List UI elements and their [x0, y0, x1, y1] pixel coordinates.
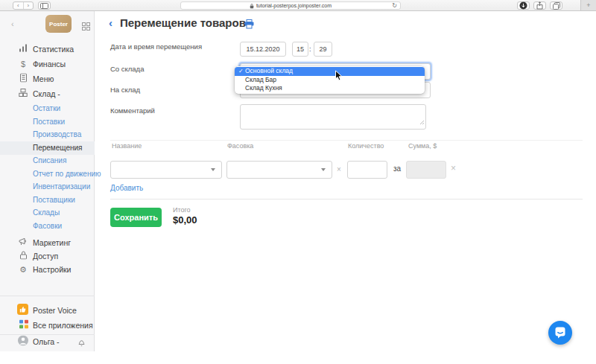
comment-textarea[interactable]: [240, 104, 426, 130]
sidebar-divider: [0, 296, 95, 296]
gear-icon: ⚙: [17, 265, 29, 274]
check-icon: ✓: [238, 67, 244, 76]
sidebar-item-poster-voice[interactable]: Poster Voice: [0, 304, 95, 317]
sidebar-subitem-stock[interactable]: Остатки: [0, 102, 95, 115]
tabs-overview-icon: [553, 2, 560, 10]
lock-icon: [17, 251, 29, 262]
dropdown-option-bar-warehouse[interactable]: Склад Бар: [235, 76, 425, 85]
sidebar-item-warehouse[interactable]: Склад -: [0, 87, 95, 100]
warehouse-dropdown-menu: ✓ Основной склад Склад Бар Склад Кухня: [235, 66, 425, 94]
refresh-icon[interactable]: ↻: [392, 2, 397, 10]
multiply-sign: ×: [337, 165, 341, 174]
dropdown-option-main-warehouse[interactable]: ✓ Основной склад: [235, 67, 425, 76]
remove-row-icon[interactable]: ×: [451, 163, 456, 173]
comment-label: Комментарий: [110, 106, 155, 115]
per-label: за: [393, 165, 401, 173]
poster-logo[interactable]: Poster: [45, 15, 72, 33]
sidebar-subitem-inventories[interactable]: Инвентаризации: [0, 180, 95, 194]
item-name-select[interactable]: [110, 161, 222, 179]
column-header-quantity: Количество: [348, 142, 384, 150]
sidebar-subitem-production[interactable]: Производства: [0, 128, 95, 141]
to-warehouse-label: На склад: [110, 86, 140, 94]
sidebar-subitem-suppliers[interactable]: Поставщики: [0, 194, 95, 207]
document-icon: [17, 74, 29, 85]
browser-back-button[interactable]: ‹: [13, 2, 24, 9]
dollar-icon: $: [17, 60, 29, 68]
sidebar-subitem-warehouses[interactable]: Склады: [0, 206, 95, 220]
ssl-lock-icon: [250, 3, 254, 9]
total-value: $0,00: [173, 214, 197, 226]
chat-widget-button[interactable]: [548, 321, 572, 345]
resize-grip-icon[interactable]: [419, 115, 425, 128]
extension-icon: [519, 1, 527, 10]
sidebar-item-access[interactable]: Доступ: [0, 249, 95, 263]
quantity-input[interactable]: [347, 161, 387, 179]
browser-tabs-button[interactable]: [550, 1, 562, 10]
browser-nav-group: ‹ ›: [13, 1, 34, 10]
total-label: Итого: [173, 206, 191, 214]
page-back-chevron[interactable]: ‹: [109, 16, 112, 30]
print-icon[interactable]: [244, 19, 254, 32]
sidebar-item-statistics[interactable]: Статистика: [0, 42, 95, 56]
column-header-sum: Сумма, $: [408, 142, 437, 150]
url-text: tutorial-posterpos.joinposter.com: [256, 3, 332, 8]
date-input[interactable]: 15.12.2020: [240, 42, 286, 57]
sidebar-item-settings[interactable]: ⚙ Настройки: [0, 263, 95, 276]
sidebar-toggle-icon: [40, 3, 48, 9]
chevron-down-icon: [321, 168, 326, 171]
stock-boxes-icon: [17, 89, 29, 100]
sidebar-subitem-transfers-active[interactable]: Перемещения: [0, 141, 95, 155]
megaphone-icon: [17, 237, 29, 248]
sidebar-subitem-supplies[interactable]: Поставки: [0, 115, 95, 129]
date-time-label: Дата и время перемещения: [110, 42, 202, 51]
time-separator: :: [309, 45, 311, 53]
chat-bubble-icon: [554, 326, 567, 339]
sum-input-disabled: [406, 161, 446, 179]
browser-forward-button[interactable]: ›: [24, 2, 34, 9]
sidebar-item-marketing[interactable]: Маркетинг: [0, 236, 95, 249]
from-warehouse-label: Со склада: [110, 65, 144, 73]
sidebar: ‹ Poster Статистика $ Финансы Меню Склад…: [0, 11, 95, 351]
share-icon: [536, 1, 543, 10]
url-bar[interactable]: tutorial-posterpos.joinposter.com ↻: [180, 1, 401, 10]
sidebar-item-finances[interactable]: $ Финансы: [0, 57, 95, 71]
sidebar-user-menu[interactable]: Ольга -: [0, 335, 95, 348]
browser-extension-button[interactable]: [517, 1, 530, 10]
hour-input[interactable]: 15: [292, 42, 308, 57]
browser-share-button[interactable]: [533, 1, 546, 10]
browser-sidebar-toggle-button[interactable]: [38, 1, 51, 10]
mouse-cursor: [335, 70, 343, 85]
all-apps-icon: [18, 320, 30, 331]
add-row-link[interactable]: Добавить: [110, 184, 143, 193]
save-button[interactable]: Сохранить: [110, 208, 162, 227]
page-title: Перемещение товаров: [120, 16, 246, 30]
apps-grid-icon[interactable]: [82, 20, 90, 33]
new-tab-button[interactable]: +: [580, 0, 596, 10]
divider: [110, 140, 583, 141]
dropdown-option-kitchen-warehouse[interactable]: Склад Кухня: [235, 84, 425, 93]
sidebar-subitem-packings[interactable]: Фасовки: [0, 220, 95, 233]
poster-voice-icon: [16, 304, 28, 317]
sidebar-subitem-writeoffs[interactable]: Списания: [0, 154, 95, 167]
sidebar-item-menu[interactable]: Меню: [0, 72, 95, 86]
minute-input[interactable]: 29: [314, 42, 332, 57]
divider: [110, 199, 583, 199]
sidebar-item-all-apps[interactable]: Все приложения: [0, 319, 95, 332]
avatar: [17, 336, 29, 348]
bar-chart-icon: [17, 44, 29, 55]
item-packing-select[interactable]: [226, 161, 332, 179]
column-header-name: Название: [112, 142, 142, 150]
column-header-packing: Фасовка: [227, 142, 253, 150]
browser-toolbar: ‹ › tutorial-posterpos.joinposter.com ↻ …: [0, 0, 596, 11]
chevron-down-icon: [211, 168, 215, 171]
notifications-bell-icon[interactable]: [77, 337, 86, 351]
sidebar-collapse-chevron-icon[interactable]: ‹: [11, 19, 14, 28]
sidebar-subitem-movement-report[interactable]: Отчет по движению: [0, 167, 95, 181]
